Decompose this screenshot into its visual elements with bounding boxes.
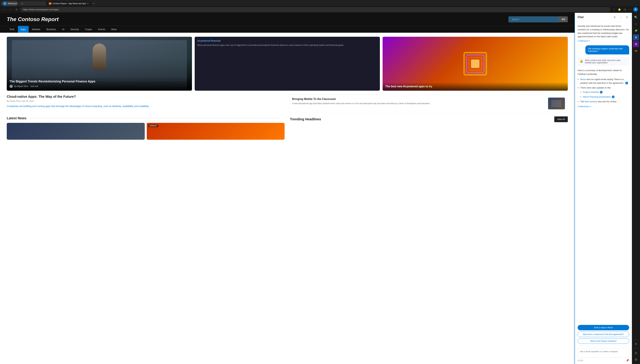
latest-news-header: Latest News (7, 116, 284, 120)
copilot-button[interactable]: ◎ (633, 350, 639, 356)
tab-inactive[interactable]: ☰ (19, 1, 46, 6)
chat-input[interactable] (578, 348, 629, 358)
nav-business[interactable]: Business (44, 26, 59, 33)
chat-refresh-button[interactable]: ↻ (612, 15, 617, 20)
address-input[interactable] (20, 7, 610, 12)
nav-crypto[interactable]: Crypto (82, 26, 95, 33)
summary-bullets: Mona sent an urgent email saying "there … (578, 78, 629, 104)
final-contract-link[interactable]: final contract (585, 100, 597, 103)
onenote-icon[interactable]: N (633, 41, 639, 47)
nav-tech[interactable]: Tech (7, 26, 17, 33)
featured-right-overlay: The best new AI-powered apps to try (383, 82, 568, 91)
news-article-card[interactable]: Bringing Mobile To the Classroom A new e… (289, 95, 568, 112)
site-search: GO (508, 16, 568, 22)
add-extension-button[interactable]: + (633, 341, 639, 347)
news-article-body: A new educational app that helps student… (292, 102, 431, 105)
chat-close-button[interactable]: ✕ (624, 15, 629, 20)
send-button[interactable]: 📌 (626, 359, 629, 362)
news-thumb-2[interactable]: ASSAULT (147, 123, 285, 140)
user-profile-button[interactable]: R (633, 7, 638, 12)
search-button[interactable]: GO (559, 16, 568, 22)
project-checklist-button[interactable]: What is the Project checklist? (578, 338, 629, 344)
star-icon[interactable]: ☆ (612, 7, 616, 12)
project-checklist-link[interactable]: Project checklist (583, 91, 599, 93)
site-logo: The Contoso Report (7, 16, 59, 22)
sub-bullets: Project checklist 2 March Planning prese… (580, 90, 629, 99)
favorites-icon[interactable]: ☆ (633, 21, 639, 27)
search-icon[interactable]: 🔍 (633, 14, 639, 20)
suggested-actions: Draft a reply to Mona Was there a respon… (575, 324, 632, 346)
shopping-icon[interactable]: 🛍 (633, 48, 639, 54)
author-avatar (10, 84, 13, 88)
chat-title: Chat (578, 16, 584, 19)
bullet-2-text: There were also updates to the: (580, 86, 611, 89)
address-bar: ← → ↻ ☆ ⭐ 🗂 ⋯ R (0, 6, 640, 13)
forward-button[interactable]: → (8, 7, 13, 12)
tab-close-button[interactable]: ✕ (87, 2, 89, 5)
browser-profile[interactable]: R Relecloud (1, 1, 18, 6)
chat-header-icons: ↻ ⋮ ✕ (612, 15, 629, 20)
refresh-button[interactable]: ↻ (14, 7, 19, 12)
featured-main-article[interactable]: The Biggest Trends Revolutionizing Perso… (7, 37, 192, 91)
news-thumb-1[interactable] (7, 123, 145, 140)
chat-more-button[interactable]: ⋮ (618, 15, 623, 20)
featured-main-overlay: The Biggest Trends Revolutionizing Perso… (7, 77, 192, 91)
outlook-icon[interactable]: O (633, 34, 639, 40)
bullet-2: There were also updates to the: Project … (580, 86, 629, 99)
tab-favicon: CR (49, 2, 52, 5)
security-notice: 🔒 Work content and chats cannot be seen … (578, 57, 629, 66)
reference-bar-1[interactable]: 1 reference ▾ (578, 40, 629, 43)
final-agreement-button[interactable]: Was there a response to the final agreem… (578, 332, 629, 337)
sub-bullet-1: Project checklist 2 (583, 90, 629, 94)
lock-icon: 🔒 (580, 59, 583, 64)
bullet-3-suffix: was sent for review (598, 100, 616, 103)
author-info: By Miguel Silva Just now (14, 85, 38, 88)
featured-main-title: The Biggest Trends Revolutionizing Perso… (10, 80, 189, 83)
draft-reply-button[interactable]: Draft a reply to Mona (578, 325, 629, 330)
profile-name: Relecloud (8, 2, 17, 5)
user-message-1: Did anything happen yesterday with Fabri… (585, 45, 629, 54)
new-tab-button[interactable]: + (92, 1, 96, 6)
trending-header: Trending Headlines View All (290, 116, 568, 122)
nav-security[interactable]: Security (68, 26, 82, 33)
article-body: Companies are building and running apps … (7, 104, 285, 108)
article-meta: By Sarah Perez April 28, 2023 (7, 100, 285, 102)
security-text: Work content and chats cannot be seen ou… (585, 59, 627, 64)
ref-1: 1 (625, 82, 628, 84)
march-planning-link[interactable]: March Planning presentation (583, 96, 611, 98)
chat-messages: recently and mentioned he would need tho… (575, 22, 632, 324)
mona-link[interactable]: Mona (580, 78, 586, 80)
bullet-1-text: sent an urgent email saying "there is a … (580, 78, 624, 84)
favorites-icon[interactable]: ⭐ (617, 7, 622, 12)
nav-more[interactable]: More (109, 26, 119, 33)
news-article-image (548, 98, 565, 109)
search-input[interactable] (508, 16, 559, 22)
featured-mid-article[interactable]: AI-powered financial Many personal finan… (195, 37, 380, 91)
website: The Contoso Report GO Tech Apps Markets … (0, 13, 574, 364)
tab-active[interactable]: CR Contoso Report - App News and Upd ✕ (47, 1, 91, 6)
settings-icon[interactable]: ⚙ (633, 356, 639, 363)
sub-bullet-2: March Planning presentation 3 (583, 95, 629, 99)
nav-apps[interactable]: Apps (18, 26, 29, 33)
collections-icon[interactable]: 🗂 (622, 7, 627, 12)
back-button[interactable]: ← (2, 7, 7, 12)
tab-icon-inactive: ☰ (21, 2, 23, 5)
extensions-icon[interactable]: 🧩 (633, 28, 639, 34)
featured-author: By Miguel Silva Just now (10, 84, 189, 88)
reference-bar-3[interactable]: 3 references ▾ (578, 105, 629, 108)
nav-ai[interactable]: AI (59, 26, 67, 33)
main-article-card[interactable]: Cloud-native Apps: The Way of the Future… (7, 95, 285, 112)
toolbar-divider-2 (634, 348, 638, 348)
edge-toolbar: 🔍 ☆ 🧩 O N 🛍 + ◎ ⚙ (632, 13, 640, 364)
featured-right-article[interactable]: The best new AI-powered apps to try (383, 37, 568, 91)
more-tools-icon[interactable]: ⋯ (628, 7, 632, 12)
browser-chrome: R Relecloud ☰ CR Contoso Report - App Ne… (0, 0, 640, 13)
nav-events[interactable]: Events (95, 26, 108, 33)
assistant-message-1: recently and mentioned he would need tho… (578, 24, 629, 43)
view-all-button[interactable]: View All (554, 116, 568, 122)
nav-markets[interactable]: Markets (29, 26, 43, 33)
reference-label-3: 3 references (578, 105, 589, 108)
tab-label: Contoso Report - App News and Upd (53, 2, 86, 5)
bullet-1: Mona sent an urgent email saying "there … (580, 78, 629, 85)
latest-news-title: Latest News (7, 116, 27, 120)
